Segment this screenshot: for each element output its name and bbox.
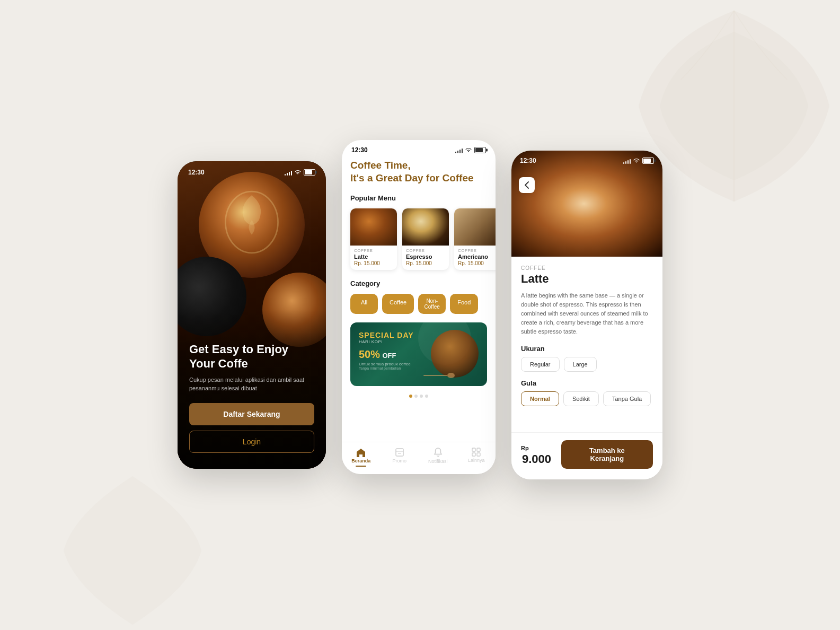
phone3-status-icons [623,158,655,164]
daftar-button[interactable]: Daftar Sekarang [189,403,314,425]
promo-dots [350,395,487,398]
detail-category: COFFEE [521,265,653,271]
menu-card-espresso[interactable]: COFFEE Espresso Rp. 15.000 [402,208,449,270]
espresso-category: COFFEE [406,248,445,253]
menu-card-americano[interactable]: COFFEE Americano Rp. 15.000 [454,208,496,270]
chip-food[interactable]: Food [450,294,478,314]
phone1-subtitle: Cukup pesan melalui aplikasi dan ambil s… [189,376,314,392]
wifi-icon-3 [633,158,640,163]
phone1-content: Get Easy to Enjoy Your Coffe Cukup pesan… [178,332,326,469]
dot-2 [414,395,418,398]
phone2-scroll[interactable]: Coffee Time, It's a Great Day for Coffee… [342,157,496,442]
greeting-text: Coffee Time, It's a Great Day for Coffee [350,159,487,185]
nav-lainnya[interactable]: Lainnya [463,448,490,467]
size-label: Ukuran [521,345,653,353]
svg-rect-1 [423,375,447,376]
svg-point-2 [447,373,455,378]
battery-icon-2 [474,147,486,153]
detail-coffee-image: 12:30 [511,151,662,257]
price-value: 9.000 [522,452,551,466]
menu-card-latte[interactable]: COFFEE Latte Rp. 15.000 [350,208,397,270]
price-currency: Rp [521,445,529,451]
phone1-title: Get Easy to Enjoy Your Coffe [189,343,314,371]
signal-icon [285,170,293,176]
nav-beranda-label: Beranda [351,458,370,463]
home-icon [356,448,366,457]
latte-name: Latte [354,253,393,260]
spoon-icon [423,372,455,379]
sugar-sedikit[interactable]: Sedikit [563,391,599,406]
phone1-status-icons [285,169,316,176]
nav-promo[interactable]: Promo [386,448,413,467]
phone2-time: 12:30 [351,146,368,154]
sugar-chips: Normal Sedikit Tanpa Gula [521,391,653,406]
menu-cards: COFFEE Latte Rp. 15.000 COFFEE Espresso [350,208,487,270]
sugar-label: Gula [521,379,653,387]
category-chips: All Coffee Non-Coffee Food [350,294,487,314]
nav-beranda[interactable]: Beranda [348,448,374,467]
espresso-name: Espresso [406,253,445,260]
sugar-tanpa-gula[interactable]: Tanpa Gula [603,391,651,406]
promo-discount: 50% [359,348,380,360]
leaf-decoration-bottom-left [53,471,212,630]
latte-category: COFFEE [354,248,393,253]
promo-off: OFF [382,352,396,360]
phone-home: 12:30 [342,140,496,474]
phone-welcome: 12:30 [178,161,326,469]
latte-price: Rp. 15.000 [354,260,393,266]
dot-4 [425,395,428,398]
nav-notifikasi[interactable]: Notifikasi [425,448,451,467]
nav-notifikasi-label: Notifikasi [428,459,448,464]
back-button[interactable] [519,177,535,193]
americano-price: Rp. 15.000 [458,260,496,266]
americano-image [454,208,496,246]
nav-lainnya-label: Lainnya [468,458,485,463]
chip-coffee[interactable]: Coffee [382,294,414,314]
nav-promo-label: Promo [392,458,406,463]
nav-beranda-underline [356,466,366,467]
americano-category: COFFEE [458,248,496,253]
add-to-cart-button[interactable]: Tambah ke Keranjang [561,440,653,469]
chip-non-coffee[interactable]: Non-Coffee [418,294,446,314]
wifi-icon-2 [465,147,472,153]
detail-footer: Rp 9.000 Tambah ke Keranjang [511,432,662,479]
wifi-icon [294,170,302,175]
sugar-normal[interactable]: Normal [521,391,559,406]
detail-description: A latte begins with the same base — a si… [521,291,653,336]
espresso-price: Rp. 15.000 [406,260,445,266]
notification-icon [434,448,443,458]
battery-icon [304,169,315,176]
phone1-status-bar: 12:30 [188,169,315,176]
phone3-status-bar: 12:30 [520,157,654,164]
latte-image [350,208,397,246]
detail-name: Latte [521,272,653,286]
phone1-time: 12:30 [188,169,205,176]
category-section: Category All Coffee Non-Coffee Food [350,279,487,314]
promo-cup [431,330,479,378]
battery-icon-3 [642,158,654,164]
detail-content: COFFEE Latte A latte begins with the sam… [511,257,662,432]
phone3-time: 12:30 [520,157,536,164]
svg-rect-6 [472,448,475,451]
grid-icon [472,448,481,457]
americano-name: Americano [458,253,496,260]
detail-image-inner [511,151,662,257]
category-title: Category [350,279,487,287]
svg-rect-3 [396,449,403,456]
popular-menu-title: Popular Menu [350,194,487,202]
chip-all[interactable]: All [350,294,378,314]
bottom-nav: Beranda Promo [342,442,496,474]
size-chips: Regular Large [521,357,653,372]
svg-rect-9 [477,453,480,456]
login-button[interactable]: Login [189,431,314,453]
phone-detail: 12:30 [511,151,662,479]
latte-art [223,188,281,257]
price-block: Rp 9.000 [521,443,561,466]
size-large[interactable]: Large [564,357,597,372]
phones-container: 12:30 [178,151,662,479]
signal-icon-3 [623,158,631,164]
svg-rect-8 [472,453,475,456]
espresso-image [402,208,449,246]
size-regular[interactable]: Regular [521,357,560,372]
phone2-status-icons [455,147,487,153]
